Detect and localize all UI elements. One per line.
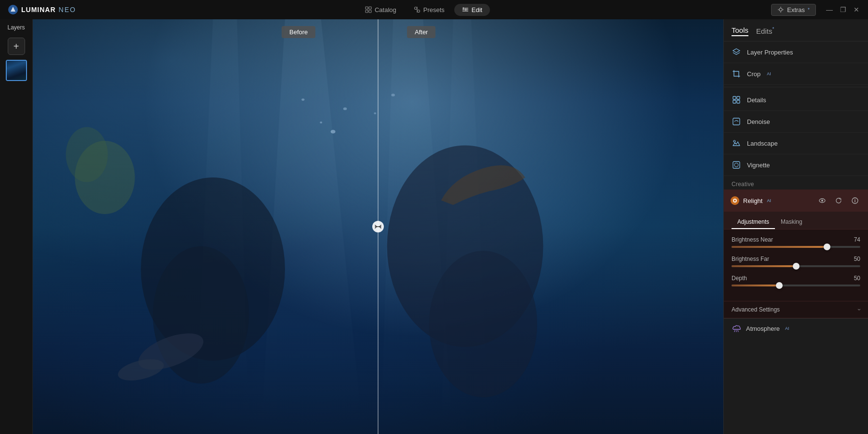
- after-button[interactable]: After: [407, 26, 435, 38]
- minimize-button[interactable]: —: [826, 6, 833, 14]
- vignette-label: Vignette: [747, 162, 770, 169]
- depth-fill: [732, 285, 779, 286]
- svg-rect-45: [733, 118, 740, 125]
- svg-line-58: [738, 330, 738, 332]
- edit-icon: [462, 6, 469, 13]
- relight-reset-button[interactable]: [832, 194, 845, 207]
- svg-rect-41: [733, 96, 736, 99]
- svg-point-52: [821, 200, 823, 202]
- svg-point-32: [320, 122, 322, 123]
- relight-panel: Relight AI: [724, 190, 868, 318]
- advanced-settings-row[interactable]: Advanced Settings ›: [724, 301, 868, 318]
- split-divider-handle[interactable]: [372, 221, 384, 232]
- split-handle-icon: [375, 223, 381, 230]
- svg-point-48: [734, 163, 738, 167]
- depth-track[interactable]: [732, 285, 860, 286]
- before-button[interactable]: Before: [282, 26, 315, 38]
- denoise-label: Denoise: [747, 118, 770, 125]
- relight-tabs: Adjustments Masking: [724, 212, 868, 230]
- brightness-near-fill: [732, 246, 827, 248]
- brightness-near-label: Brightness Near: [732, 236, 773, 243]
- nav-edit[interactable]: Edit: [454, 4, 490, 16]
- svg-point-46: [733, 140, 735, 142]
- relight-tab-masking[interactable]: Masking: [775, 216, 808, 229]
- relight-header[interactable]: Relight AI: [724, 190, 868, 212]
- landscape-icon: [732, 138, 741, 148]
- section-atmosphere[interactable]: Atmosphere AI: [724, 318, 868, 338]
- title-bar: LUMINAR NEO Catalog Presets: [0, 0, 868, 19]
- section-landscape[interactable]: Landscape: [724, 133, 868, 154]
- advanced-chevron-icon: ›: [856, 309, 863, 311]
- window-controls: — ❐ ✕: [826, 6, 860, 14]
- svg-line-56: [734, 330, 735, 332]
- close-button[interactable]: ✕: [853, 6, 860, 14]
- svg-point-33: [391, 94, 394, 96]
- nav-catalog[interactable]: Catalog: [357, 4, 404, 16]
- layer-thumb-image: [7, 61, 26, 80]
- svg-rect-2: [369, 7, 371, 9]
- svg-point-31: [343, 108, 347, 110]
- section-crop[interactable]: Crop AI: [724, 63, 868, 85]
- extras-icon: [777, 6, 784, 13]
- brightness-near-track[interactable]: [732, 246, 860, 248]
- layers-icon: [732, 47, 741, 57]
- brightness-near-thumb[interactable]: [824, 244, 830, 250]
- svg-rect-43: [733, 100, 736, 103]
- advanced-settings-label: Advanced Settings: [732, 306, 780, 313]
- svg-rect-44: [737, 100, 740, 103]
- relight-tab-adjustments[interactable]: Adjustments: [732, 216, 775, 229]
- svg-point-13: [779, 8, 782, 11]
- title-bar-right: Extras * — ❐ ✕: [771, 4, 860, 16]
- depth-value: 50: [849, 275, 860, 282]
- right-panel: Tools Edits* Layer Properties: [723, 19, 868, 434]
- section-denoise[interactable]: Denoise: [724, 111, 868, 133]
- relight-header-left: Relight AI: [731, 196, 771, 205]
- maximize-button[interactable]: ❐: [839, 6, 847, 14]
- nav-presets[interactable]: Presets: [406, 4, 452, 16]
- before-after-container: Before After: [33, 19, 723, 434]
- presets-icon: [414, 6, 420, 13]
- relight-icon: [731, 196, 739, 205]
- add-layer-button[interactable]: +: [8, 38, 25, 55]
- crop-label: Crop: [747, 70, 760, 78]
- brightness-far-track[interactable]: [732, 265, 860, 267]
- brightness-near-value: 74: [849, 236, 860, 243]
- section-details[interactable]: Details: [724, 89, 868, 111]
- section-vignette[interactable]: Vignette: [724, 154, 868, 176]
- canvas-area: Before After: [33, 19, 723, 434]
- atmosphere-icon: [732, 324, 741, 333]
- brightness-far-label: Brightness Far: [732, 256, 769, 262]
- layer-thumbnail-1[interactable]: [6, 60, 27, 81]
- svg-rect-47: [733, 162, 740, 168]
- main-layout: Layers +: [0, 19, 868, 434]
- relight-visibility-button[interactable]: [816, 194, 828, 207]
- svg-rect-42: [737, 96, 740, 99]
- brightness-far-thumb[interactable]: [793, 263, 800, 270]
- relight-actions: [816, 194, 861, 207]
- vignette-icon: [732, 160, 741, 170]
- svg-rect-1: [366, 7, 368, 9]
- depth-thumb[interactable]: [776, 282, 783, 289]
- svg-point-55: [854, 199, 855, 200]
- nav-bar: Catalog Presets Edit: [357, 4, 490, 16]
- svg-point-5: [414, 7, 417, 10]
- section-layer-properties[interactable]: Layer Properties: [724, 41, 868, 63]
- details-icon: [732, 95, 741, 105]
- logo-icon: [8, 4, 18, 15]
- brightness-far-value: 50: [849, 256, 860, 262]
- tab-edits[interactable]: Edits*: [756, 27, 774, 36]
- creative-category: Creative: [724, 176, 868, 190]
- divider-1: [724, 87, 868, 87]
- details-label: Details: [747, 96, 766, 104]
- slider-brightness-near: Brightness Near 74: [732, 236, 860, 248]
- app-logo: LUMINAR NEO: [8, 4, 76, 15]
- tab-tools[interactable]: Tools: [732, 26, 748, 36]
- relight-info-button[interactable]: [849, 194, 861, 207]
- denoise-icon: [732, 117, 741, 126]
- slider-depth: Depth 50: [732, 275, 860, 286]
- relight-label: Relight: [743, 197, 762, 204]
- atmosphere-label: Atmosphere: [746, 325, 780, 332]
- svg-point-34: [374, 112, 376, 114]
- svg-point-35: [301, 98, 304, 101]
- extras-button[interactable]: Extras *: [771, 4, 816, 16]
